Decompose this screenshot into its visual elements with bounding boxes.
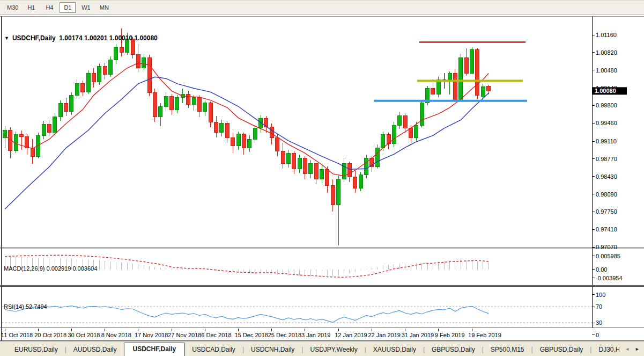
chart-tab-audusd-daily[interactable]: AUDUSD,Daily — [66, 344, 124, 356]
price-axis-label: 0.97070 — [596, 244, 617, 250]
rsi-axis-label: 0 — [596, 332, 599, 338]
price-axis-label: 0.97410 — [596, 226, 617, 233]
date-axis-label: 12 Jan 2019 — [335, 332, 367, 338]
tab-scroll-arrows: ◄ ► — [619, 342, 644, 356]
macd-axis-label: -0.003954 — [596, 275, 623, 281]
price-axis-label: 1.00480 — [596, 67, 617, 74]
chart-window: 1.011601.008201.004801.001400.998000.994… — [0, 15, 644, 342]
date-axis-label: 3 Jan 2019 — [301, 332, 330, 338]
price-axis-label: 1.00820 — [596, 49, 617, 56]
date-axis-label: 6 Dec 2018 — [201, 332, 231, 338]
chart-tab-gbpusd-daily[interactable]: GBPUSD,Daily — [533, 344, 590, 356]
timeframe-button-group: M30H1H4D1W1MN — [3, 2, 113, 13]
chart-tab-usdcnh-daily[interactable]: USDCNH,Daily — [244, 344, 301, 356]
rsi-axis-label: 30 — [596, 319, 602, 326]
chart-tab-usdchf-daily[interactable]: USDCHF,Daily — [124, 343, 186, 356]
chart-tab-usdcad-daily[interactable]: USDCAD,Daily — [185, 344, 242, 356]
current-price-tag-text: 1.00080 — [595, 88, 616, 94]
timeframe-button-w1[interactable]: W1 — [78, 2, 94, 13]
price-axis-label: 0.99800 — [596, 102, 617, 108]
date-axis-label: 8 Nov 2018 — [101, 332, 131, 338]
date-axis-label: 17 Nov 2018 — [135, 332, 168, 338]
date-axis-label: 22 Jan 2019 — [368, 332, 401, 338]
price-axis-label: 0.98430 — [596, 173, 617, 180]
timeframe-button-h1[interactable]: H1 — [23, 2, 39, 13]
chart-tab-sp500-m15[interactable]: SP500,M15 — [484, 344, 531, 356]
chart-tab-gbpusd-daily[interactable]: GBPUSD,Daily — [425, 344, 482, 356]
rsi-axis-label: 100 — [596, 292, 605, 298]
date-axis-label: 11 Oct 2018 — [1, 332, 33, 338]
macd-axis-label: 0.00 — [596, 266, 607, 273]
timeframe-button-d1[interactable]: D1 — [60, 2, 76, 13]
timeframe-button-mn[interactable]: MN — [96, 2, 112, 13]
date-axis-label: 20 Oct 2018 — [34, 332, 66, 338]
date-axis-label: 31 Jan 2019 — [402, 332, 434, 338]
date-axis-label: 27 Nov 2018 — [168, 332, 201, 338]
chart-tab-xauusd-daily[interactable]: XAUUSD,Daily — [366, 344, 423, 356]
timeframe-button-m30[interactable]: M30 — [4, 2, 21, 13]
date-axis-label: 15 Dec 2018 — [235, 332, 268, 338]
chart-tab-usdjpy-weekly[interactable]: USDJPY,Weekly — [303, 344, 364, 356]
date-axis-label: 25 Dec 2018 — [268, 332, 301, 338]
price-axis-label: 0.98770 — [596, 156, 617, 162]
price-axis-label: 1.01160 — [596, 32, 617, 38]
mt4-window: { "toolbar": { "timeframes": ["M30", "H1… — [0, 0, 644, 356]
date-axis-label: 19 Feb 2019 — [468, 332, 501, 338]
chart-canvas[interactable]: 1.011601.008201.004801.001400.998000.994… — [0, 15, 644, 342]
timeframe-button-h4[interactable]: H4 — [41, 2, 57, 13]
timeframe-toolbar: M30H1H4D1W1MN — [0, 0, 644, 15]
date-axis-label: 9 Feb 2019 — [435, 332, 465, 338]
price-axis-label: 0.99110 — [596, 138, 617, 144]
tab-scroll-right-button[interactable]: ► — [633, 345, 642, 353]
price-axis-label: 0.99460 — [596, 120, 617, 126]
chart-tab-eurusd-daily[interactable]: EURUSD,Daily — [8, 344, 65, 356]
price-axis-label: 0.98090 — [596, 191, 617, 198]
price-axis-label: 0.97750 — [596, 208, 617, 215]
chart-tab-bar: EURUSD,Daily|AUDUSD,DailyUSDCHF,DailyUSD… — [0, 342, 644, 356]
macd-axis-label: 0.005985 — [596, 253, 620, 259]
tab-scroll-left-button[interactable]: ◄ — [623, 345, 632, 353]
date-axis-label: 30 Oct 2018 — [68, 332, 100, 338]
rsi-axis-label: 70 — [596, 303, 602, 310]
